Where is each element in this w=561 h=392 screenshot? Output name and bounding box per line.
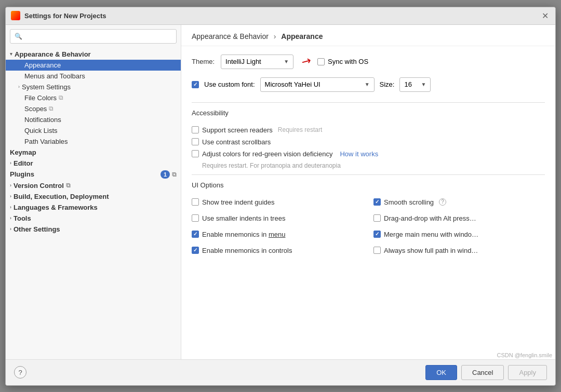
sidebar-item-tools[interactable]: › Tools xyxy=(6,213,181,224)
sidebar-item-menus-toolbars[interactable]: Menus and Toolbars xyxy=(6,71,181,82)
search-box[interactable]: 🔍 xyxy=(10,29,177,44)
sidebar-item-label: Quick Lists xyxy=(24,127,58,134)
option-row-tree-indent: Show tree indent guides xyxy=(192,198,363,206)
size-select[interactable]: 16 ▼ xyxy=(399,77,431,92)
how-it-works-link[interactable]: How it works xyxy=(340,150,378,158)
sidebar: 🔍 ▾ Appearance & Behavior Appearance Men… xyxy=(6,25,181,359)
title-bar: Settings for New Projects ✕ xyxy=(6,7,555,25)
sidebar-item-label: Version Control xyxy=(14,182,64,190)
breadcrumb-parent: Appearance & Behavior xyxy=(192,32,269,40)
screen-readers-label: Support screen readers xyxy=(202,126,273,134)
help-button[interactable]: ? xyxy=(14,366,26,379)
tree-indent-checkbox[interactable] xyxy=(192,198,199,206)
font-row: Use custom font: Microsoft YaHei UI ▼ Si… xyxy=(192,77,545,92)
expand-arrow: › xyxy=(10,205,11,210)
merge-menu-checkbox[interactable] xyxy=(373,231,381,238)
merge-menu-label: Merge main menu with windo… xyxy=(384,231,478,238)
main-content: 🔍 ▾ Appearance & Behavior Appearance Men… xyxy=(6,25,555,359)
sidebar-item-languages-frameworks[interactable]: › Languages & Frameworks xyxy=(6,202,181,213)
close-button[interactable]: ✕ xyxy=(540,10,550,21)
settings-dialog: Settings for New Projects ✕ 🔍 ▾ Appearan… xyxy=(5,7,556,386)
annotation-arrow: ↙ xyxy=(300,54,314,69)
mnemonics-menu-label: Enable mnemonics in menu xyxy=(202,231,285,238)
sidebar-item-scopes[interactable]: Scopes ⧉ xyxy=(6,103,181,114)
option-row-screen-readers: Support screen readers Requires restart xyxy=(192,126,545,134)
screen-readers-checkbox[interactable] xyxy=(192,126,199,133)
screen-readers-note: Requires restart xyxy=(278,126,322,133)
expand-arrow: › xyxy=(10,183,11,188)
sync-with-os-checkbox[interactable] xyxy=(317,58,325,65)
sidebar-item-label: Path Variables xyxy=(24,138,68,145)
contrast-scrollbars-checkbox[interactable] xyxy=(192,138,199,145)
theme-dropdown-arrow: ▼ xyxy=(284,59,289,64)
mnemonics-controls-label: Enable mnemonics in controls xyxy=(202,247,292,254)
option-row-smaller-indents: Use smaller indents in trees xyxy=(192,214,363,222)
font-dropdown-arrow: ▼ xyxy=(365,82,370,87)
font-value: Microsoft YaHei UI xyxy=(265,80,320,88)
collapse-arrow: › xyxy=(18,84,20,89)
title-bar-left: Settings for New Projects xyxy=(11,11,106,20)
sidebar-item-path-variables[interactable]: Path Variables xyxy=(6,136,181,147)
search-input[interactable] xyxy=(24,33,172,40)
option-row-drag-drop: Drag-and-drop with Alt press… xyxy=(373,214,545,222)
breadcrumb: Appearance & Behavior › Appearance xyxy=(181,25,555,46)
sidebar-item-file-colors[interactable]: File Colors ⧉ xyxy=(6,92,181,103)
sidebar-item-label: Editor xyxy=(14,159,33,167)
theme-row: Theme: IntelliJ Light ▼ ↙ Sync with OS xyxy=(192,55,545,69)
font-select[interactable]: Microsoft YaHei UI ▼ xyxy=(260,77,375,92)
sidebar-item-label: Other Settings xyxy=(14,225,60,233)
sidebar-item-system-settings[interactable]: › System Settings xyxy=(6,82,181,92)
expand-arrow: › xyxy=(10,226,11,232)
theme-select[interactable]: IntelliJ Light ▼ xyxy=(221,55,293,69)
spacer xyxy=(192,122,545,126)
option-row-contrast-scrollbars: Use contrast scrollbars xyxy=(192,138,545,146)
sidebar-item-other-settings[interactable]: › Other Settings xyxy=(6,224,181,235)
sidebar-item-label: Plugins xyxy=(10,170,34,178)
smaller-indents-checkbox[interactable] xyxy=(192,214,199,222)
sidebar-item-notifications[interactable]: Notifications xyxy=(6,114,181,125)
panel-body: Theme: IntelliJ Light ▼ ↙ Sync with OS xyxy=(181,46,555,351)
option-row-smooth-scroll: Smooth scrolling ? xyxy=(373,198,545,206)
sidebar-item-label: Languages & Frameworks xyxy=(14,204,98,211)
sidebar-item-build-exec-deploy[interactable]: › Build, Execution, Deployment xyxy=(6,191,181,202)
expand-arrow: › xyxy=(10,160,11,166)
dialog-title: Settings for New Projects xyxy=(24,12,106,20)
sidebar-item-quick-lists[interactable]: Quick Lists xyxy=(6,125,181,136)
tree-indent-label: Show tree indent guides xyxy=(202,198,274,206)
ok-button[interactable]: OK xyxy=(425,365,457,380)
apply-button[interactable]: Apply xyxy=(508,365,547,380)
size-dropdown-arrow: ▼ xyxy=(421,82,426,87)
drag-drop-checkbox[interactable] xyxy=(373,214,381,222)
right-panel: Appearance & Behavior › Appearance Theme… xyxy=(181,25,555,359)
divider-accessibility xyxy=(192,102,545,103)
option-row-red-green: Adjust colors for red-green vision defic… xyxy=(192,150,545,158)
red-green-sub: Requires restart. For protanopia and deu… xyxy=(202,162,545,169)
ui-options-title: UI Options xyxy=(192,181,545,189)
sidebar-item-plugins[interactable]: Plugins 1 ⧉ xyxy=(6,169,181,180)
use-custom-font-checkbox[interactable] xyxy=(192,81,199,88)
option-row-mnemonics-controls: Enable mnemonics in controls xyxy=(192,247,363,254)
sidebar-item-editor[interactable]: › Editor xyxy=(6,158,181,169)
option-row-merge-menu: Merge main menu with windo… xyxy=(373,231,545,238)
sidebar-item-appearance-behavior[interactable]: ▾ Appearance & Behavior xyxy=(6,49,181,60)
expand-arrow: › xyxy=(10,215,11,221)
full-path-checkbox[interactable] xyxy=(373,247,381,254)
red-green-checkbox[interactable] xyxy=(192,150,199,157)
smooth-scroll-help[interactable]: ? xyxy=(439,198,446,206)
accessibility-title: Accessibility xyxy=(192,109,545,117)
copy-icon: ⧉ xyxy=(59,94,63,101)
smaller-indents-label: Use smaller indents in trees xyxy=(202,214,285,222)
sidebar-item-version-control[interactable]: › Version Control ⧉ xyxy=(6,180,181,191)
cancel-button[interactable]: Cancel xyxy=(461,365,504,380)
full-path-label: Always show full path in wind… xyxy=(384,247,478,254)
sidebar-item-keymap[interactable]: Keymap xyxy=(6,147,181,158)
copy-icon: ⧉ xyxy=(49,105,54,112)
theme-value: IntelliJ Light xyxy=(225,58,261,65)
smooth-scroll-checkbox[interactable] xyxy=(373,198,381,206)
sidebar-item-label: Menus and Toolbars xyxy=(24,72,85,80)
mnemonics-controls-checkbox[interactable] xyxy=(192,247,199,254)
red-green-label: Adjust colors for red-green vision defic… xyxy=(202,150,332,158)
mnemonics-menu-checkbox[interactable] xyxy=(192,231,199,238)
sidebar-item-appearance[interactable]: Appearance xyxy=(6,60,181,71)
plugin-badge: 1 xyxy=(161,170,170,179)
